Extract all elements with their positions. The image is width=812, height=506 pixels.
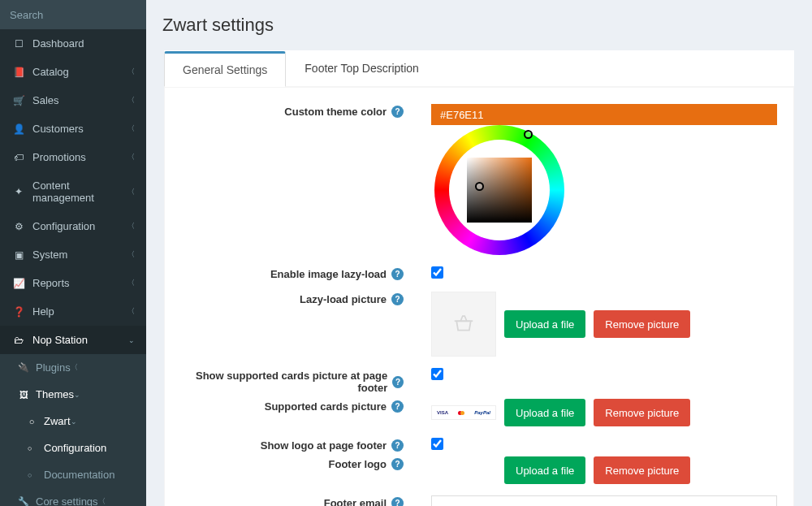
help-icon[interactable]: ?	[391, 497, 404, 506]
sidebar-item-label: Customers	[32, 123, 127, 135]
upload-button[interactable]: Upload a file	[504, 456, 585, 484]
chevron-left-icon: 〈	[127, 249, 135, 260]
basket-icon	[451, 312, 476, 336]
hue-handle[interactable]	[524, 130, 533, 139]
circle-icon: ○	[24, 417, 39, 426]
page-title: Zwart settings	[146, 0, 812, 50]
label-show-cards: Show supported cards picture at page foo…	[181, 370, 387, 394]
lazy-picture-thumb	[431, 292, 496, 357]
chevron-left-icon: 〈	[71, 362, 78, 373]
chevron-left-icon: 〈	[98, 496, 106, 506]
remove-button[interactable]: Remove picture	[594, 310, 690, 338]
chevron-left-icon: 〈	[127, 187, 135, 197]
cards-picture-thumb: VISA PayPal	[431, 405, 496, 420]
sidebar-item-label: Content management	[32, 179, 127, 204]
sidebar-item-label: Core settings	[36, 495, 98, 506]
folder-icon: 🗁	[11, 335, 26, 346]
configuration-icon: ⚙	[11, 221, 26, 232]
sidebar-item-label: Themes	[36, 388, 74, 400]
system-icon: ▣	[11, 249, 26, 261]
sidebar-item-plugins[interactable]: 🔌 Plugins 〈	[0, 354, 146, 381]
remove-button[interactable]: Remove picture	[594, 456, 690, 484]
sidebar-item-reports[interactable]: 📈 Reports 〈	[0, 269, 146, 297]
help-icon: ❓	[11, 306, 26, 318]
help-icon[interactable]: ?	[391, 293, 404, 305]
label-footer-logo: Footer logo	[329, 458, 387, 470]
sidebar-item-coresettings[interactable]: 🔧 Core settings 〈	[0, 488, 146, 506]
circle-icon: ○	[28, 444, 39, 452]
tabs: General Settings Footer Top Description	[164, 50, 794, 87]
sidebar-item-label: Reports	[32, 277, 127, 289]
reports-icon: 📈	[11, 278, 26, 289]
sidebar: ☐ Dashboard 📕 Catalog 〈 🛒 Sales 〈 👤 Cust…	[0, 0, 146, 506]
wrench-icon: 🔧	[16, 496, 31, 506]
sidebar-item-nopstation[interactable]: 🗁 Nop Station ⌄	[0, 326, 146, 354]
chevron-left-icon: 〈	[127, 123, 135, 134]
sidebar-item-label: Help	[32, 305, 127, 318]
plugins-icon: 🔌	[16, 362, 31, 373]
label-enable-lazy: Enable image lazy-load	[270, 268, 387, 280]
sidebar-item-label: Promotions	[32, 151, 127, 163]
chevron-left-icon: 〈	[127, 306, 135, 317]
sidebar-item-zwart-doc[interactable]: ○ Documentation	[0, 461, 146, 488]
settings-panel: Custom theme color ? #E76E11	[164, 87, 794, 506]
tab-general[interactable]: General Settings	[164, 51, 286, 87]
promotions-icon: 🏷	[11, 152, 26, 163]
chevron-left-icon: 〈	[127, 278, 135, 288]
chevron-left-icon: 〈	[127, 221, 135, 231]
main: Zwart settings General Settings Footer T…	[146, 0, 812, 506]
show-cards-checkbox[interactable]	[431, 368, 443, 380]
color-value-input[interactable]: #E76E11	[431, 104, 777, 125]
sidebar-item-label: System	[32, 249, 127, 261]
sidebar-item-help[interactable]: ❓ Help 〈	[0, 297, 146, 326]
enable-lazy-checkbox[interactable]	[431, 266, 443, 279]
sidebar-item-zwart[interactable]: ○ Zwart ⌄	[0, 408, 146, 435]
label-footer-email: Footer email	[324, 497, 387, 506]
label-cards-picture: Supported cards picture	[265, 400, 387, 413]
sidebar-item-sales[interactable]: 🛒 Sales 〈	[0, 86, 146, 115]
themes-icon: 🖼	[16, 390, 31, 400]
upload-button[interactable]: Upload a file	[504, 399, 585, 426]
chevron-down-icon: ⌄	[128, 336, 135, 344]
help-icon[interactable]: ?	[391, 400, 404, 413]
chevron-left-icon: 〈	[127, 152, 135, 162]
circle-icon: ○	[28, 471, 39, 479]
help-icon[interactable]: ?	[391, 268, 404, 280]
chevron-down-icon: ⌄	[74, 391, 80, 399]
sidebar-item-label: Configuration	[44, 442, 106, 454]
catalog-icon: 📕	[11, 67, 26, 78]
color-picker[interactable]	[434, 125, 564, 255]
sidebar-item-customers[interactable]: 👤 Customers 〈	[0, 115, 146, 143]
sidebar-item-system[interactable]: ▣ System 〈	[0, 240, 146, 269]
sidebar-item-label: Documentation	[44, 469, 114, 481]
chevron-left-icon: 〈	[127, 67, 135, 77]
chevron-down-icon: ⌄	[71, 417, 77, 426]
help-icon[interactable]: ?	[391, 458, 404, 470]
sidebar-search	[0, 0, 146, 29]
sidebar-item-zwart-config[interactable]: ○ Configuration	[0, 435, 146, 461]
customers-icon: 👤	[11, 123, 26, 135]
upload-button[interactable]: Upload a file	[504, 310, 585, 338]
help-icon[interactable]: ?	[391, 439, 404, 452]
help-icon[interactable]: ?	[391, 106, 404, 118]
sidebar-item-label: Nop Station	[32, 334, 128, 346]
search-input[interactable]	[10, 9, 146, 21]
tab-footer[interactable]: Footer Top Description	[286, 51, 438, 87]
sidebar-item-catalog[interactable]: 📕 Catalog 〈	[0, 58, 146, 86]
help-icon[interactable]: ?	[392, 376, 404, 388]
sidebar-item-configuration[interactable]: ⚙ Configuration 〈	[0, 212, 146, 240]
sidebar-item-content[interactable]: ✦ Content management 〈	[0, 171, 146, 212]
sidebar-item-themes[interactable]: 🖼 Themes ⌄	[0, 381, 146, 408]
label-custom-color: Custom theme color	[284, 106, 387, 118]
dashboard-icon: ☐	[11, 38, 26, 50]
sidebar-item-dashboard[interactable]: ☐ Dashboard	[0, 29, 146, 58]
sidebar-item-label: Sales	[32, 94, 127, 106]
sales-icon: 🛒	[11, 95, 26, 106]
content-icon: ✦	[11, 186, 26, 197]
remove-button[interactable]: Remove picture	[594, 399, 690, 426]
label-lazy-picture: Lazy-load picture	[300, 293, 387, 305]
sidebar-item-promotions[interactable]: 🏷 Promotions 〈	[0, 143, 146, 171]
show-logo-checkbox[interactable]	[431, 438, 443, 450]
saturation-handle[interactable]	[475, 182, 484, 191]
footer-email-input[interactable]	[431, 495, 777, 506]
